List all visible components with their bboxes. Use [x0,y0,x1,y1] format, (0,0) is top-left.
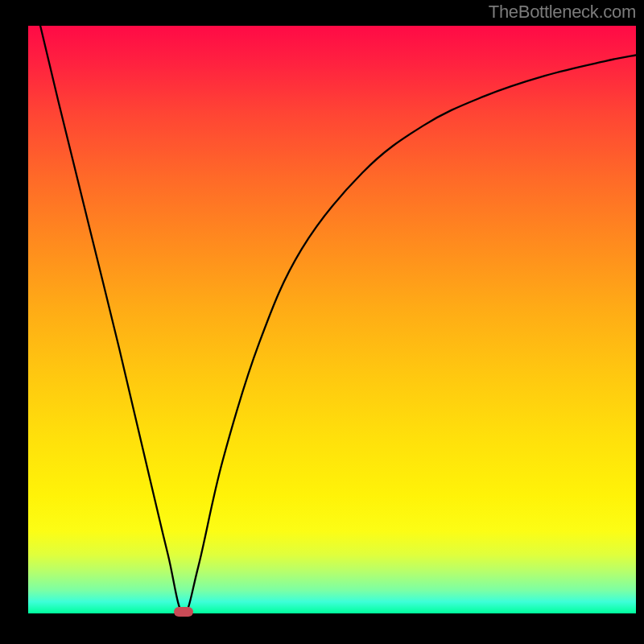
watermark-text: TheBottleneck.com [489,2,636,23]
minimum-marker [174,607,193,617]
bottleneck-curve [28,26,636,613]
chart-container: TheBottleneck.com [0,0,644,644]
